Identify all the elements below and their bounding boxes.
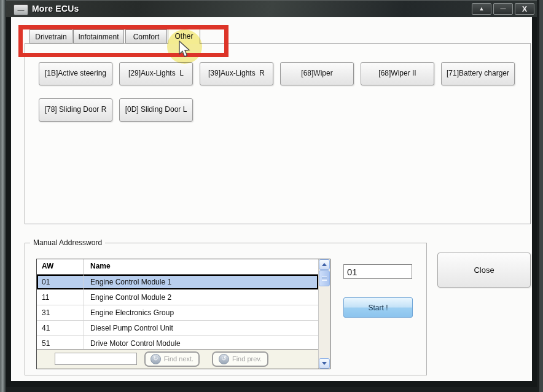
tab-drivetrain[interactable]: Drivetrain [29,29,72,44]
table-row[interactable]: 31 Engine Electronics Group [37,305,318,321]
find-prev-label: Find prev. [232,355,262,363]
ecu-tab-panel: [1B]Active steering [29]Aux-Lights L [39… [25,43,531,224]
scroll-up-icon[interactable] [319,259,330,270]
addressword-input[interactable] [343,264,412,279]
find-input[interactable] [55,353,137,365]
table-scrollbar[interactable] [318,259,330,369]
table-body: 01 Engine Control Module 1 11 Engine Con… [37,275,318,349]
ecu-button-grid: [1B]Active steering [29]Aux-Lights L [39… [25,44,531,122]
window-controls: ▲ — X [472,3,534,15]
ecu-button-aux-lights-l[interactable]: [29]Aux-Lights L [119,62,193,85]
ecu-button-aux-lights-r[interactable]: [39]Aux-Lights R [200,62,273,85]
tab-infotainment[interactable]: Infotainment [73,29,124,44]
ecu-button-wiper[interactable]: [68]Wiper [280,62,354,85]
close-button[interactable]: Close [437,253,531,288]
find-next-icon: ↻ [150,354,161,364]
table-row[interactable]: 51 Drive Motor Control Module [37,336,318,349]
table-header: AW Name [37,259,318,275]
ecu-button-wiper-2[interactable]: [68]Wiper II [361,62,434,85]
group-legend: Manual Addressword [30,238,105,247]
scrollbar-thumb[interactable] [319,270,330,286]
scrollbar-track[interactable] [319,286,330,358]
column-header-name[interactable]: Name [84,259,318,274]
find-prev-icon: ↺ [219,354,229,364]
scroll-down-icon[interactable] [319,358,330,369]
titlebar: — More ECUs ▲ — X [6,0,537,17]
background-window-edge [0,0,6,392]
table-row[interactable]: 11 Engine Control Module 2 [37,290,318,305]
find-toolbar: ↻ Find next. ↺ Find prev. [37,349,318,369]
window-restore-icon[interactable]: — [14,4,28,15]
table-row[interactable]: 41 Diesel Pump Control Unit [37,321,318,336]
table-row[interactable]: 01 Engine Control Module 1 [37,275,318,290]
window-title: More ECUs [32,4,79,14]
start-button[interactable]: Start ! [343,297,413,318]
screen-right-edge [539,0,543,392]
ecu-button-sliding-door-r[interactable]: [78] Sliding Door R [39,98,112,122]
ecu-button-battery-charger[interactable]: [71]Battery charger [441,62,515,85]
find-prev-button[interactable]: ↺ Find prev. [212,351,268,367]
tab-comfort[interactable]: Comfort [125,29,167,44]
manual-addressword-group: Manual Addressword AW Name 01 Engine Con… [25,243,427,375]
find-next-button[interactable]: ↻ Find next. [144,351,200,367]
find-next-label: Find next. [164,355,193,363]
addressword-table: AW Name 01 Engine Control Module 1 11 En… [36,259,330,369]
tab-other[interactable]: Other [168,28,200,44]
ecu-button-active-steering[interactable]: [1B]Active steering [39,62,112,85]
maximize-icon[interactable]: ▲ [472,3,491,15]
client-area: [1B]Active steering [29]Aux-Lights L [39… [11,17,532,381]
column-header-aw[interactable]: AW [37,259,84,274]
more-ecus-window: — More ECUs ▲ — X [1B]Active steering [2… [6,0,537,387]
close-icon[interactable]: X [515,3,534,15]
ecu-button-sliding-door-l[interactable]: [0D] Sliding Door L [119,98,193,122]
minimize-icon[interactable]: — [493,3,513,15]
